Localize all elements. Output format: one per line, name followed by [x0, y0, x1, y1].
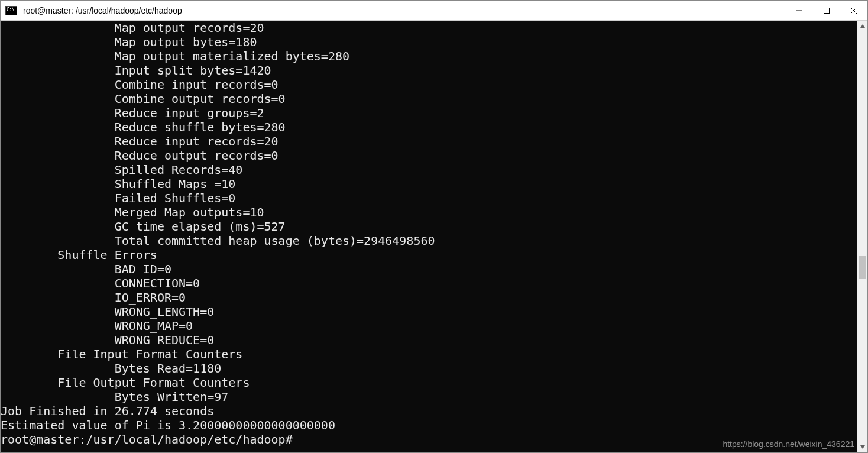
- minimize-button[interactable]: [786, 1, 813, 20]
- output-line: Reduce input groups=2: [1, 106, 857, 120]
- svg-marker-4: [860, 24, 865, 28]
- maximize-icon: [823, 7, 830, 14]
- terminal-window: root@master: /usr/local/hadoop/etc/hadoo…: [0, 0, 868, 453]
- client-area: Map output records=20 Map output bytes=1…: [1, 21, 867, 452]
- output-line: Reduce shuffle bytes=280: [1, 120, 857, 134]
- scrollbar-thumb[interactable]: [859, 256, 866, 279]
- output-line: CONNECTION=0: [1, 276, 857, 290]
- output-line: Reduce output records=0: [1, 148, 857, 163]
- minimize-icon: [796, 7, 803, 14]
- scrollbar-track[interactable]: [857, 31, 867, 442]
- output-line: WRONG_MAP=0: [1, 319, 857, 333]
- output-line: Bytes Written=97: [1, 390, 857, 404]
- output-line: Map output records=20: [1, 21, 857, 35]
- close-button[interactable]: [840, 1, 867, 20]
- output-line: WRONG_LENGTH=0: [1, 305, 857, 319]
- output-line: WRONG_REDUCE=0: [1, 333, 857, 347]
- output-line: File Input Format Counters: [1, 347, 857, 361]
- output-line: IO_ERROR=0: [1, 290, 857, 305]
- window-title: root@master: /usr/local/hadoop/etc/hadoo…: [22, 6, 786, 15]
- output-line: Shuffle Errors: [1, 248, 857, 262]
- window-controls: [786, 1, 867, 20]
- prompt-line[interactable]: root@master:/usr/local/hadoop/etc/hadoop…: [1, 432, 857, 446]
- terminal-output[interactable]: Map output records=20 Map output bytes=1…: [1, 21, 857, 452]
- output-line: Total committed heap usage (bytes)=29464…: [1, 234, 857, 248]
- output-line: Shuffled Maps =10: [1, 177, 857, 191]
- scroll-down-button[interactable]: [857, 442, 867, 452]
- app-icon-slot: [1, 1, 22, 20]
- chevron-up-icon: [860, 23, 866, 29]
- output-line: File Output Format Counters: [1, 376, 857, 390]
- svg-rect-1: [824, 8, 830, 13]
- output-line: Bytes Read=1180: [1, 361, 857, 376]
- close-icon: [850, 7, 857, 14]
- chevron-down-icon: [860, 444, 866, 450]
- title-bar[interactable]: root@master: /usr/local/hadoop/etc/hadoo…: [1, 1, 867, 21]
- prompt-text: root@master:/usr/local/hadoop/etc/hadoop…: [1, 432, 293, 446]
- output-line: Spilled Records=40: [1, 163, 857, 177]
- output-line: Estimated value of Pi is 3.2000000000000…: [1, 418, 857, 432]
- output-line: GC time elapsed (ms)=527: [1, 219, 857, 234]
- output-line: Reduce input records=20: [1, 134, 857, 148]
- maximize-button[interactable]: [813, 1, 840, 20]
- cmd-icon: [5, 6, 17, 15]
- output-line: Map output materialized bytes=280: [1, 49, 857, 63]
- output-line: Job Finished in 26.774 seconds: [1, 404, 857, 418]
- output-line: Input split bytes=1420: [1, 63, 857, 77]
- scroll-up-button[interactable]: [857, 21, 867, 31]
- output-line: Combine output records=0: [1, 92, 857, 106]
- output-line: Failed Shuffles=0: [1, 191, 857, 205]
- svg-marker-5: [860, 445, 865, 449]
- output-line: BAD_ID=0: [1, 262, 857, 276]
- output-line: Map output bytes=180: [1, 35, 857, 49]
- output-line: Merged Map outputs=10: [1, 205, 857, 219]
- output-line: Combine input records=0: [1, 77, 857, 92]
- vertical-scrollbar[interactable]: [857, 21, 867, 452]
